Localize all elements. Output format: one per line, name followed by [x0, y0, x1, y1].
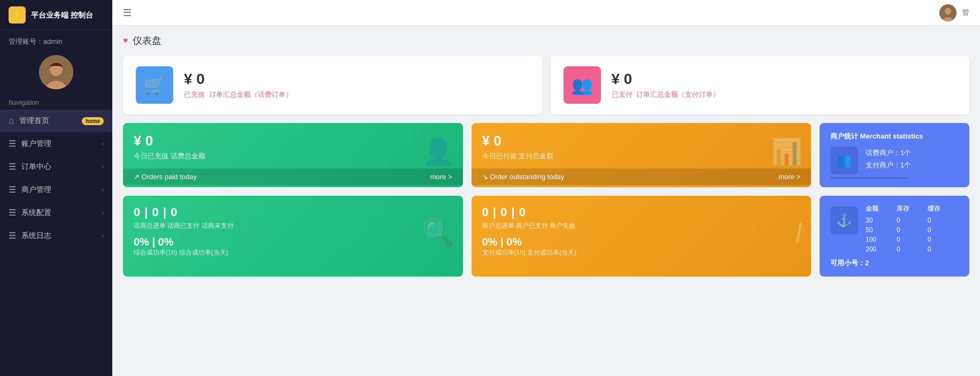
green-pct-labels: 综合成功率(1h) 综合成功率(当天)	[134, 248, 452, 257]
hamburger-icon[interactable]: ☰	[123, 7, 132, 19]
green-card-huafei: ¥ 0 今日已充值 话费总金额 👤 ↗ Orders paid today mo…	[123, 123, 463, 187]
bot-row: 0 | 0 | 0 话商总进单 话商已支付 话商未支付 🔍 0% | 0% 综合…	[123, 196, 969, 277]
green-pct: 0% | 0%	[134, 236, 452, 248]
table-row: 50 0 0	[866, 225, 959, 235]
sidebar-item-sysconfig[interactable]: ☰ 系统配置 ›	[0, 201, 112, 224]
nav-home-label: 管理首页	[19, 116, 49, 126]
nav-section-label: Navigation	[0, 96, 112, 110]
home-badge: home	[82, 117, 104, 125]
sidebar-title: 平台业务端 控制台	[31, 10, 93, 20]
yellow-pct: 0% | 0%	[482, 236, 801, 248]
top-cards-row: 🛒 ¥ 0 已充值 订单汇总金额（话费订单） 👥 ¥ 0 已支	[123, 56, 969, 114]
home-icon: ⌂	[9, 116, 14, 126]
italic-bg-icon: I	[795, 217, 802, 249]
main-content: ☰ 管 ♥ 仪表盘 🛒	[112, 0, 980, 376]
menu-icon-3: ☰	[9, 185, 16, 195]
card1-amount: ¥ 0	[184, 71, 529, 88]
card-charged: 🛒 ¥ 0 已充值 订单汇总金额（话费订单）	[123, 56, 542, 114]
sidebar-item-home[interactable]: ⌂ 管理首页 home	[0, 110, 112, 132]
chevron-right-icon-4: ›	[102, 209, 104, 217]
available-label: 可用小号：2	[830, 258, 959, 268]
merchant-stats-title: 商户统计 Merchant statistics	[830, 132, 959, 141]
green-stats-nums: 0 | 0 | 0	[134, 205, 452, 219]
nav-account-label: 账户管理	[21, 139, 51, 149]
green-amount: ¥ 0	[134, 133, 452, 149]
dashboard-content: ♥ 仪表盘 🛒 ¥ 0 已充值 订单汇总金额（话费订单） 👥	[112, 26, 980, 376]
card1-desc: 已充值 订单汇总金额（话费订单）	[184, 90, 529, 99]
anchor-icon: ⚓	[836, 213, 852, 228]
people-bg-icon: 👤	[422, 137, 454, 167]
page-title: 仪表盘	[133, 34, 161, 47]
mid-row: ¥ 0 今日已充值 话费总金额 👤 ↗ Orders paid today mo…	[123, 123, 969, 187]
green-more-link[interactable]: more >	[430, 173, 452, 181]
yellow-footer[interactable]: ↘ Order outstanding today more >	[472, 168, 812, 185]
user-icon: 👥	[572, 75, 593, 95]
merchant-divider	[830, 177, 907, 179]
yellow-card-payment: ¥ 0 今日已付款 支付总金额 📊 ↘ Order outstanding to…	[472, 123, 812, 187]
table-row: 30 0 0	[866, 216, 959, 225]
menu-icon-4: ☰	[9, 208, 16, 218]
nav-syslog-label: 系统日志	[21, 231, 51, 241]
logo-icon: ⚡	[9, 6, 26, 24]
sidebar-item-account[interactable]: ☰ 账户管理 ›	[0, 132, 112, 155]
sidebar-avatar-wrap	[0, 51, 112, 96]
menu-icon-5: ☰	[9, 231, 16, 241]
yellow-amount: ¥ 0	[482, 133, 801, 149]
green-card-stats: 0 | 0 | 0 话商总进单 话商已支付 话商未支付 🔍 0% | 0% 综合…	[123, 196, 463, 277]
nav-orders-label: 订单中心	[21, 162, 51, 172]
topbar: ☰ 管	[112, 0, 980, 26]
nav-sysconfig-label: 系统配置	[21, 208, 51, 218]
table-header: 金额 库存 缓存	[866, 204, 959, 213]
card1-status: 已充值	[184, 90, 205, 98]
card2-status: 已支付	[612, 90, 632, 98]
table-row: 100 0 0	[866, 235, 959, 244]
chevron-right-icon-5: ›	[102, 232, 104, 240]
yellow-more-link[interactable]: more >	[778, 173, 800, 181]
card2-amount: ¥ 0	[612, 71, 957, 88]
right-table-card: ⚓ 金额 库存 缓存 30 0 0 50 0	[820, 196, 969, 277]
table-row: 200 0 0	[866, 244, 959, 254]
chart-bg-icon: 📊	[770, 137, 802, 167]
sidebar: ⚡ 平台业务端 控制台 管理账号：admin Navigation ⌂ 管理首页…	[0, 0, 112, 376]
merchant-icon: 👥	[836, 153, 852, 168]
merchant-zhifu: 支付商户：1个	[866, 159, 959, 171]
anchor-icon-box: ⚓	[830, 206, 858, 234]
page-header: ♥ 仪表盘	[123, 34, 969, 47]
svg-point-4	[945, 7, 951, 14]
merchant-stats-card: 商户统计 Merchant statistics 👥 话费商户：1个 支付商户：…	[820, 123, 969, 187]
yellow-subtitle: 今日已付款 支付总金额	[482, 151, 801, 161]
card2-desc: 已支付 订单汇总金额（支付订单）	[612, 90, 957, 99]
merchant-icon-box: 👥	[830, 147, 858, 174]
avatar	[39, 55, 73, 89]
yellow-stats-nums: 0 | 0 | 0	[482, 205, 801, 219]
user-icon-box: 👥	[564, 66, 601, 104]
chevron-right-icon-2: ›	[102, 163, 104, 171]
sidebar-header: ⚡ 平台业务端 控制台	[0, 0, 112, 30]
menu-icon-1: ☰	[9, 139, 16, 149]
settings-icon[interactable]: 管	[962, 8, 969, 18]
sidebar-admin-label: 管理账号：admin	[0, 30, 112, 51]
chevron-right-icon: ›	[102, 140, 104, 148]
green-subtitle: 今日已充值 话费总金额	[134, 151, 452, 161]
green-footer-text: ↗ Orders paid today	[134, 173, 197, 181]
sidebar-item-merchant[interactable]: ☰ 商户管理 ›	[0, 178, 112, 201]
zoom-bg-icon: 🔍	[422, 218, 454, 248]
yellow-stats-labels: 商户总进单 商户已支付 商户失败	[482, 221, 801, 231]
sidebar-item-syslog[interactable]: ☰ 系统日志 ›	[0, 224, 112, 247]
heart-icon: ♥	[123, 36, 128, 45]
chevron-right-icon-3: ›	[102, 186, 104, 194]
yellow-card-stats: 0 | 0 | 0 商户总进单 商户已支付 商户失败 I 0% | 0% 支付成…	[472, 196, 812, 277]
topbar-avatar[interactable]	[939, 4, 956, 21]
sidebar-item-orders[interactable]: ☰ 订单中心 ›	[0, 155, 112, 178]
nav-merchant-label: 商户管理	[21, 185, 51, 195]
cart-icon-box: 🛒	[136, 66, 173, 104]
cart-icon: 🛒	[144, 75, 165, 95]
yellow-pct-labels: 支付成功率(1h) 支付成功率(当天)	[482, 248, 801, 257]
card-paid: 👥 ¥ 0 已支付 订单汇总金额（支付订单）	[551, 56, 970, 114]
green-stats-labels: 话商总进单 话商已支付 话商未支付	[134, 221, 452, 231]
green-footer[interactable]: ↗ Orders paid today more >	[123, 168, 463, 185]
yellow-footer-text: ↘ Order outstanding today	[482, 173, 565, 181]
menu-icon-2: ☰	[9, 162, 16, 172]
merchant-huafei: 话费商户：1个	[866, 147, 959, 159]
